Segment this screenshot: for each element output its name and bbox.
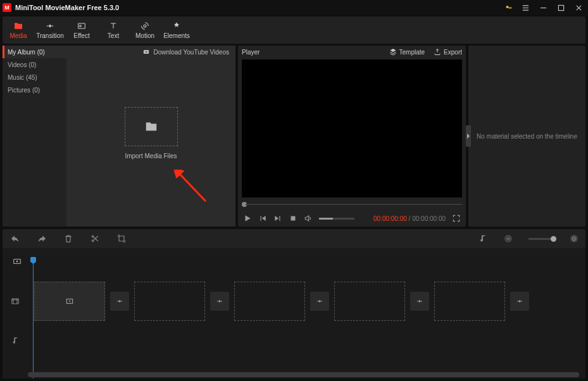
- minimize-icon[interactable]: [536, 1, 550, 14]
- download-youtube-link[interactable]: Download YouTube Videos: [66, 46, 235, 58]
- stop-icon[interactable]: [289, 214, 297, 223]
- svg-rect-6: [291, 216, 296, 221]
- svg-rect-10: [12, 299, 19, 304]
- key-icon[interactable]: [503, 2, 515, 13]
- audio-icon[interactable]: [478, 234, 488, 244]
- app-logo: M: [3, 3, 11, 12]
- player-scrubber[interactable]: [242, 203, 462, 206]
- play-icon[interactable]: [243, 214, 252, 223]
- split-icon[interactable]: [90, 234, 100, 244]
- timeline-scrollbar[interactable]: [28, 372, 579, 377]
- transition-slot[interactable]: [110, 292, 129, 311]
- sidebar-item-videos[interactable]: Videos (0): [3, 58, 66, 71]
- tab-label: Effect: [73, 32, 89, 39]
- player-viewport[interactable]: [242, 59, 462, 197]
- app-title: MiniTool MovieMaker Free 5.3.0: [15, 4, 119, 11]
- next-frame-icon[interactable]: [273, 214, 282, 223]
- sidebar-item-album[interactable]: My Album (0): [3, 46, 66, 58]
- timecode: 00:00:00:00 / 00:00:00:00: [373, 215, 446, 222]
- collapse-handle[interactable]: [466, 125, 471, 147]
- svg-line-5: [179, 173, 206, 201]
- transition-slot[interactable]: [210, 292, 229, 311]
- svg-point-8: [92, 240, 94, 242]
- tab-media[interactable]: Media: [3, 16, 34, 44]
- svg-point-7: [92, 235, 94, 237]
- clip-placeholder[interactable]: [334, 282, 405, 321]
- arrow-annotation: [174, 170, 212, 208]
- clip-placeholder[interactable]: [234, 282, 305, 321]
- crop-icon[interactable]: [116, 234, 127, 244]
- tab-transition[interactable]: Transition: [34, 16, 66, 44]
- zoom-slider[interactable]: [529, 238, 554, 240]
- transition-slot[interactable]: [510, 292, 529, 311]
- sidebar-item-music[interactable]: Music (45): [3, 71, 66, 84]
- clip-placeholder[interactable]: [134, 282, 205, 321]
- tab-label: Motion: [135, 32, 154, 39]
- svg-point-3: [144, 25, 146, 27]
- export-label: Export: [444, 49, 462, 56]
- tab-label: Media: [9, 32, 27, 39]
- tab-text[interactable]: Text: [97, 16, 129, 44]
- transition-slot[interactable]: [310, 292, 329, 311]
- template-button[interactable]: Template: [389, 48, 425, 56]
- zoom-out-icon[interactable]: −: [504, 235, 512, 242]
- audio-track-icon: [3, 323, 28, 358]
- inspector-empty: No material selected on the timeline: [477, 133, 577, 140]
- tab-effect[interactable]: Effect: [66, 16, 97, 44]
- sidebar-item-pictures[interactable]: Pictures (0): [3, 84, 66, 96]
- svg-rect-0: [558, 5, 563, 10]
- fullscreen-icon[interactable]: [452, 214, 461, 223]
- tab-motion[interactable]: Motion: [129, 16, 161, 44]
- download-label: Download YouTube Videos: [153, 49, 229, 56]
- tab-label: Transition: [36, 32, 64, 39]
- delete-icon[interactable]: [63, 234, 73, 244]
- tab-elements[interactable]: Elements: [161, 16, 192, 44]
- undo-icon[interactable]: [10, 234, 20, 244]
- menu-icon[interactable]: [518, 1, 532, 14]
- clip-placeholder[interactable]: [34, 282, 105, 321]
- clip-placeholder[interactable]: [434, 282, 505, 321]
- prev-frame-icon[interactable]: [258, 214, 267, 223]
- template-label: Template: [399, 49, 425, 56]
- video-track-icon: [3, 280, 28, 323]
- close-icon[interactable]: [572, 1, 585, 14]
- player-label: Player: [242, 49, 260, 56]
- tab-label: Text: [108, 32, 119, 39]
- svg-point-2: [80, 25, 82, 27]
- tab-label: Elements: [163, 32, 190, 39]
- zoom-fit-icon[interactable]: ⊙: [570, 235, 578, 242]
- maximize-icon[interactable]: [554, 1, 568, 14]
- import-label: Import Media Files: [125, 153, 177, 159]
- transition-slot[interactable]: [410, 292, 429, 311]
- volume-icon[interactable]: [304, 214, 313, 223]
- import-media-button[interactable]: [125, 107, 178, 146]
- redo-icon[interactable]: [37, 234, 47, 244]
- export-button[interactable]: Export: [434, 48, 462, 56]
- volume-slider[interactable]: [319, 218, 354, 220]
